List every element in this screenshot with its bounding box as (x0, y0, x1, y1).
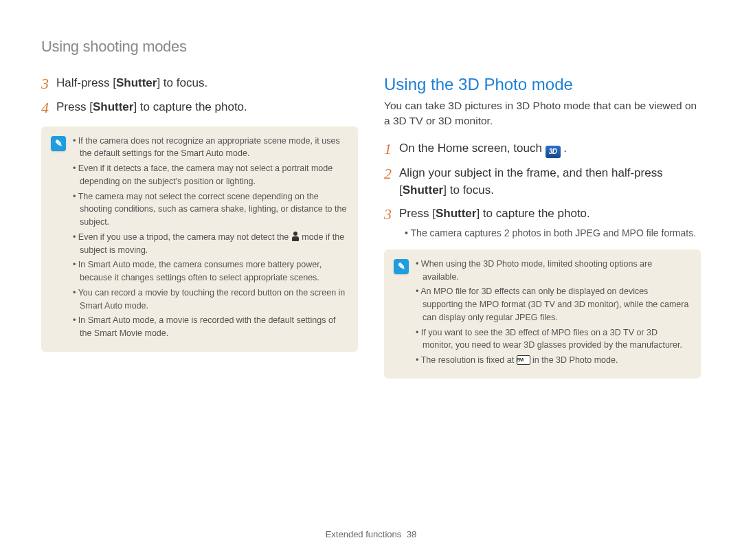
note-item: In Smart Auto mode, a movie is recorded … (73, 314, 347, 340)
step-number: 1 (384, 140, 399, 158)
step-text: Press [Shutter] to capture the photo. (399, 205, 701, 223)
text: ] to focus. (157, 76, 207, 89)
bold-key: Shutter (436, 207, 477, 220)
step-3-right: 3 Press [Shutter] to capture the photo. (384, 205, 701, 223)
text: Press [ (399, 207, 436, 220)
note-item: In Smart Auto mode, the camera consumes … (73, 258, 347, 284)
step-number: 4 (41, 99, 56, 116)
person-icon (291, 232, 300, 241)
step-4-left: 4 Press [Shutter] to capture the photo. (41, 99, 358, 116)
step-text: Half-press [Shutter] to focus. (56, 75, 358, 92)
note-box-right: When using the 3D Photo mode, limited sh… (384, 249, 701, 379)
note-list: When using the 3D Photo mode, limited sh… (416, 258, 690, 369)
note-item: Even if you use a tripod, the camera may… (73, 231, 347, 257)
text: ] to capture the photo. (476, 207, 589, 220)
step-number: 2 (384, 165, 399, 199)
right-column: Using the 3D Photo mode You can take 3D … (384, 75, 701, 379)
note-icon (51, 136, 66, 151)
step-text: On the Home screen, touch 3D . (399, 140, 701, 158)
note-list: If the camera does not recognize an appr… (73, 135, 347, 342)
note-item: If you want to see the 3D effect of MPO … (416, 326, 690, 352)
step-text: Press [Shutter] to capture the photo. (56, 99, 358, 116)
step-number: 3 (41, 75, 56, 92)
section-header: Using shooting modes (41, 38, 701, 56)
step-3-sub-bullet: The camera captures 2 photos in both JPE… (403, 226, 701, 240)
resolution-icon (517, 355, 530, 365)
manual-page: Using shooting modes 3 Half-press [Shutt… (0, 0, 742, 560)
note-box-left: If the camera does not recognize an appr… (41, 126, 358, 352)
step-text: Align your subject in the frame, and the… (399, 165, 701, 199)
text: Align your subject in the frame, and the… (399, 166, 663, 179)
text: On the Home screen, touch (399, 142, 546, 155)
text: Half-press [ (56, 76, 116, 89)
note-item: The resolution is fixed at in the 3D Pho… (416, 354, 690, 367)
two-column-layout: 3 Half-press [Shutter] to focus. 4 Press… (41, 75, 701, 379)
intro-text: You can take 3D pictures in 3D Photo mod… (384, 98, 701, 129)
text: Press [ (56, 100, 93, 113)
text: ] to focus. (443, 183, 494, 197)
left-column: 3 Half-press [Shutter] to focus. 4 Press… (41, 75, 358, 379)
footer-label: Extended functions (326, 529, 402, 539)
subsection-heading: Using the 3D Photo mode (384, 75, 701, 94)
step-2-right: 2 Align your subject in the frame, and t… (384, 165, 701, 199)
step-1-right: 1 On the Home screen, touch 3D . (384, 140, 701, 158)
note-item: Even if it detects a face, the camera ma… (73, 162, 347, 188)
text: ] to capture the photo. (133, 100, 247, 113)
note-icon (394, 259, 409, 274)
page-number: 38 (407, 529, 416, 539)
bold-key: Shutter (403, 183, 444, 197)
note-item: An MPO file for 3D effects can only be d… (416, 285, 690, 324)
note-item: If the camera does not recognize an appr… (73, 135, 347, 161)
bold-key: Shutter (93, 100, 134, 113)
text: . (561, 142, 567, 155)
note-item: The camera may not select the correct sc… (73, 190, 347, 229)
3d-mode-icon: 3D (546, 146, 561, 158)
step-3-left: 3 Half-press [Shutter] to focus. (41, 75, 358, 92)
page-footer: Extended functions 38 (0, 529, 742, 539)
bold-key: Shutter (116, 76, 157, 89)
step-number: 3 (384, 205, 399, 223)
note-item: When using the 3D Photo mode, limited sh… (416, 258, 690, 284)
note-item: You can record a movie by touching the r… (73, 287, 347, 313)
